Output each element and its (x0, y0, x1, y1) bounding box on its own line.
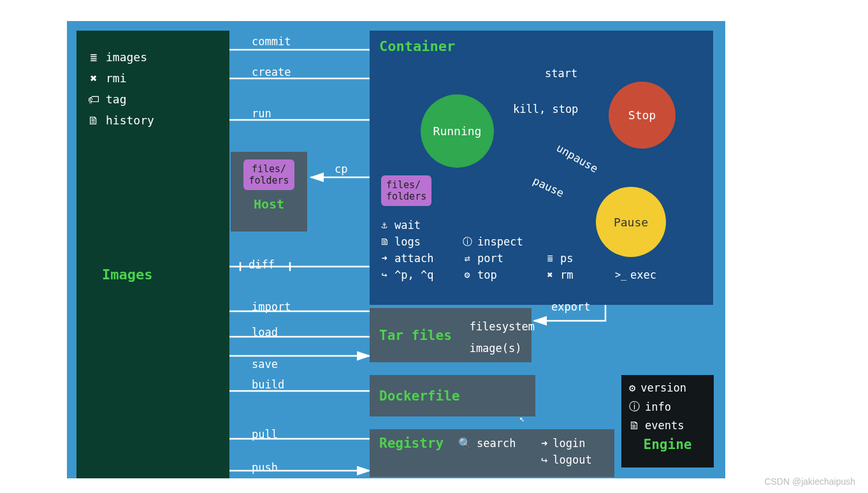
arrow-right-icon: ➜ (379, 253, 389, 264)
list-icon: ≣ (545, 253, 555, 264)
diagram-canvas: ≣images ✖rmi 🏷tag 🗎history Images Contai… (67, 21, 725, 478)
arrow-export: export (551, 300, 590, 313)
info-icon: ⓘ (462, 236, 472, 248)
dockerfile-panel: Dockerfile (370, 375, 535, 416)
arrow-cp: cp (335, 163, 347, 175)
container-commands: ⚓wait 🗎logs ⓘinspect ➜attach ⇄port ≣ps ↪… (379, 219, 685, 285)
cmd-login: ➜login (541, 437, 605, 450)
cmd-wait: ⚓wait (379, 219, 462, 232)
terminal-icon: >_ (615, 269, 625, 281)
doc-icon: 🗎 (629, 419, 640, 432)
arrow-create: create (252, 66, 291, 78)
cmd-pq: ↪^p, ^q (379, 269, 462, 281)
images-cmd-images: ≣images (76, 47, 229, 68)
engine-info: ⓘinfo (629, 399, 706, 414)
tar-texts: filesystem image(s) (470, 316, 535, 359)
label: history (106, 114, 154, 127)
cmd-port: ⇄port (462, 252, 545, 265)
engine-panel: ⚙version ⓘinfo 🗎events Engine (621, 375, 714, 467)
images-cmd-tag: 🏷tag (76, 89, 229, 110)
arrow-diff: diff (249, 258, 275, 271)
gear-icon: ⚙ (629, 381, 635, 394)
images-title: Images (102, 267, 152, 283)
doc-icon: 🗎 (88, 114, 99, 127)
watermark: CSDN @jakiechaipush (764, 476, 855, 487)
arrow-kill-stop: kill, stop (513, 103, 578, 115)
info-icon: ⓘ (629, 399, 640, 414)
registry-commands: 🔍search ➜login ↪logout (458, 437, 605, 470)
tar-title: Tar files (370, 328, 452, 343)
cmd-exec: >_exec (615, 269, 685, 281)
images-panel: ≣images ✖rmi 🏷tag 🗎history Images (76, 31, 229, 478)
arrow-start: start (545, 67, 577, 80)
tag-icon: 🏷 (88, 92, 99, 106)
arrow-commit: commit (252, 35, 291, 48)
container-files-folders: files/ folders (381, 175, 431, 206)
cmd-rm: ✖rm (545, 269, 615, 281)
container-title: Container (379, 38, 455, 54)
search-icon: 🔍 (458, 437, 472, 450)
images-cmd-rmi: ✖rmi (76, 68, 229, 89)
cmd-ps: ≣ps (545, 252, 615, 265)
cmd-logout: ↪logout (541, 453, 605, 466)
tar-panel: Tar files filesystem image(s) (370, 308, 532, 362)
list-icon: ≣ (88, 50, 99, 64)
state-stop: Stop (609, 82, 676, 149)
registry-title: Registry (379, 436, 444, 451)
cursor-icon: ↖ (519, 413, 524, 423)
cmd-search: 🔍search (458, 437, 522, 450)
arrow-build: build (252, 378, 284, 391)
images-cmd-history: 🗎history (76, 110, 229, 131)
close-icon: ✖ (545, 269, 555, 281)
logout-icon: ↪ (541, 453, 547, 466)
engine-version: ⚙version (629, 381, 706, 394)
doc-icon: 🗎 (379, 236, 389, 247)
login-icon: ➜ (541, 437, 547, 450)
arrow-save: save (252, 358, 278, 371)
registry-panel: Registry 🔍search ➜login ↪logout (370, 429, 614, 477)
dockerfile-title: Dockerfile (379, 388, 459, 404)
gears-icon: ⚙ (462, 269, 472, 281)
arrow-pull: pull (252, 428, 278, 441)
cmd-logs: 🗎logs (379, 235, 462, 248)
close-icon: ✖ (88, 71, 99, 85)
engine-title: Engine (629, 437, 706, 452)
state-running: Running (421, 94, 494, 168)
host-files-folders: files/ folders (243, 159, 294, 190)
host-panel: files/ folders Host (231, 152, 307, 232)
anchor-icon: ⚓ (379, 219, 389, 231)
cmd-top: ⚙top (462, 269, 545, 281)
cmd-attach: ➜attach (379, 252, 462, 265)
arrow-import: import (252, 300, 291, 313)
arrow-push: push (252, 461, 278, 474)
label: images (106, 50, 147, 64)
label: tag (106, 92, 127, 106)
exit-icon: ↪ (379, 269, 389, 281)
arrow-run: run (252, 107, 271, 120)
label: rmi (106, 71, 127, 85)
engine-events: 🗎events (629, 419, 706, 432)
cmd-inspect: ⓘinspect (462, 235, 545, 248)
arrow-load: load (252, 326, 278, 339)
host-title: Host (231, 196, 307, 212)
swap-icon: ⇄ (462, 253, 472, 264)
